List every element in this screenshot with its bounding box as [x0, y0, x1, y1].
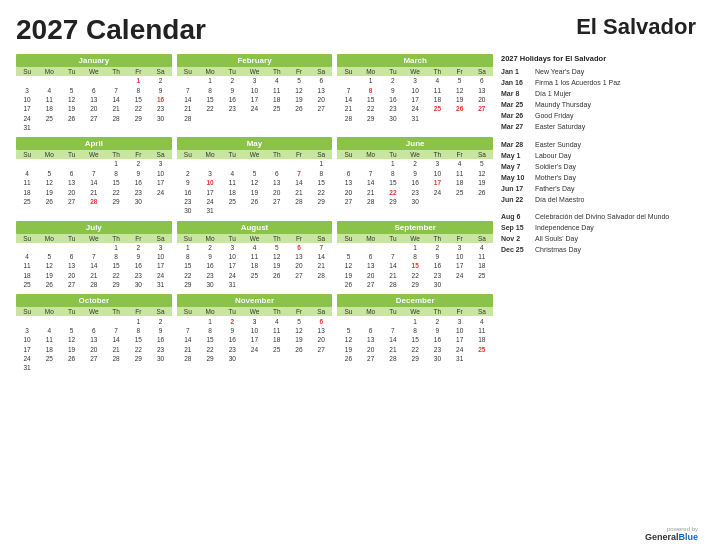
holiday-date: Sep 15	[501, 223, 531, 232]
day-cell: 5	[471, 159, 493, 168]
day-cell: 9	[221, 85, 243, 94]
day-cell: 3	[149, 159, 171, 168]
day-cell: 20	[83, 104, 105, 113]
day-cell: 23	[426, 271, 448, 280]
day-cell: 8	[127, 326, 149, 335]
day-header-cell: We	[243, 234, 265, 243]
day-cell: 28	[83, 197, 105, 206]
day-cell-empty	[16, 159, 38, 168]
day-cell: 2	[177, 169, 199, 178]
day-cell: 10	[449, 252, 471, 261]
day-cell: 29	[105, 197, 127, 206]
days-grid: 1234567891011121314151617181920212223242…	[177, 243, 333, 290]
day-cell: 17	[404, 95, 426, 104]
day-cell-empty	[199, 159, 221, 168]
day-header-cell: We	[243, 67, 265, 76]
days-grid: 1234567891011121314151617181920212223242…	[337, 243, 493, 290]
day-cell: 4	[16, 252, 38, 261]
day-headers-row: SuMoTuWeThFrSa	[177, 150, 333, 159]
day-headers-row: SuMoTuWeThFrSa	[16, 67, 172, 76]
day-cell: 20	[83, 345, 105, 354]
holiday-item: Dec 25Christmas Day	[501, 245, 696, 254]
day-cell: 1	[199, 316, 221, 325]
day-header-cell: Su	[337, 67, 359, 76]
month-header: July	[16, 221, 172, 234]
day-cell: 15	[404, 261, 426, 270]
day-cell: 6	[310, 316, 332, 325]
day-cell: 1	[177, 243, 199, 252]
day-cell: 19	[471, 178, 493, 187]
holiday-name: Father's Day	[535, 184, 574, 193]
month-block: SeptemberSuMoTuWeThFrSa12345678910111213…	[337, 221, 493, 290]
holiday-item: Jun 17Father's Day	[501, 184, 696, 193]
day-cell: 28	[288, 197, 310, 206]
day-cell: 2	[426, 316, 448, 325]
holiday-date: Nov 2	[501, 234, 531, 243]
month-header: May	[177, 137, 333, 150]
days-grid: 1234567891011121314151617181920212223242…	[337, 76, 493, 123]
day-cell: 6	[266, 169, 288, 178]
day-cell: 25	[38, 114, 60, 123]
day-cell-empty	[360, 316, 382, 325]
holidays-list: Jan 1New Year's DayJan 16Firma 1 los Acu…	[501, 67, 696, 255]
day-cell: 18	[38, 345, 60, 354]
day-cell: 25	[471, 345, 493, 354]
day-cell: 10	[149, 169, 171, 178]
day-header-cell: Th	[105, 67, 127, 76]
day-cell: 23	[221, 104, 243, 113]
day-header-cell: Su	[16, 307, 38, 316]
day-cell: 31	[149, 280, 171, 289]
day-cell: 8	[199, 85, 221, 94]
day-cell: 27	[266, 197, 288, 206]
day-cell: 10	[199, 178, 221, 187]
day-headers-row: SuMoTuWeThFrSa	[337, 234, 493, 243]
day-cell: 4	[449, 159, 471, 168]
day-header-cell: Sa	[149, 234, 171, 243]
day-cell: 24	[404, 104, 426, 113]
day-cell: 24	[449, 345, 471, 354]
day-header-cell: Su	[337, 234, 359, 243]
day-cell: 11	[266, 326, 288, 335]
day-cell-empty	[38, 76, 60, 85]
holiday-item: Jun 22Día del Maestro	[501, 195, 696, 204]
day-cell: 12	[288, 85, 310, 94]
day-cell: 26	[337, 280, 359, 289]
month-block: FebruarySuMoTuWeThFrSa123456789101112131…	[177, 54, 333, 132]
day-cell: 2	[149, 76, 171, 85]
holiday-item: Sep 15Independence Day	[501, 223, 696, 232]
day-cell: 1	[199, 76, 221, 85]
day-cell: 12	[243, 178, 265, 187]
day-cell: 27	[360, 280, 382, 289]
day-headers-row: SuMoTuWeThFrSa	[16, 307, 172, 316]
day-cell: 7	[382, 326, 404, 335]
day-cell: 23	[382, 104, 404, 113]
day-cell-empty	[83, 316, 105, 325]
day-header-cell: Tu	[221, 234, 243, 243]
day-cell: 1	[404, 243, 426, 252]
day-cell: 4	[471, 243, 493, 252]
day-header-cell: Fr	[449, 150, 471, 159]
day-cell: 25	[243, 271, 265, 280]
day-cell: 12	[266, 252, 288, 261]
day-header-cell: Tu	[60, 150, 82, 159]
day-cell: 30	[149, 114, 171, 123]
day-cell: 11	[426, 85, 448, 94]
day-cell: 6	[60, 252, 82, 261]
day-cell: 29	[310, 197, 332, 206]
day-header-cell: Mo	[38, 150, 60, 159]
day-header-cell: Fr	[288, 150, 310, 159]
day-cell: 24	[16, 114, 38, 123]
holiday-date: May 10	[501, 173, 531, 182]
holiday-date: Mar 26	[501, 111, 531, 120]
day-cell: 11	[38, 335, 60, 344]
day-cell: 5	[60, 326, 82, 335]
day-cell: 26	[38, 280, 60, 289]
day-cell: 16	[404, 178, 426, 187]
day-cell: 18	[449, 178, 471, 187]
day-cell: 27	[360, 354, 382, 363]
day-cell: 5	[38, 169, 60, 178]
day-cell: 10	[404, 85, 426, 94]
month-block: AprilSuMoTuWeThFrSa123456789101112131415…	[16, 137, 172, 215]
day-cell: 1	[360, 76, 382, 85]
day-cell: 5	[38, 252, 60, 261]
